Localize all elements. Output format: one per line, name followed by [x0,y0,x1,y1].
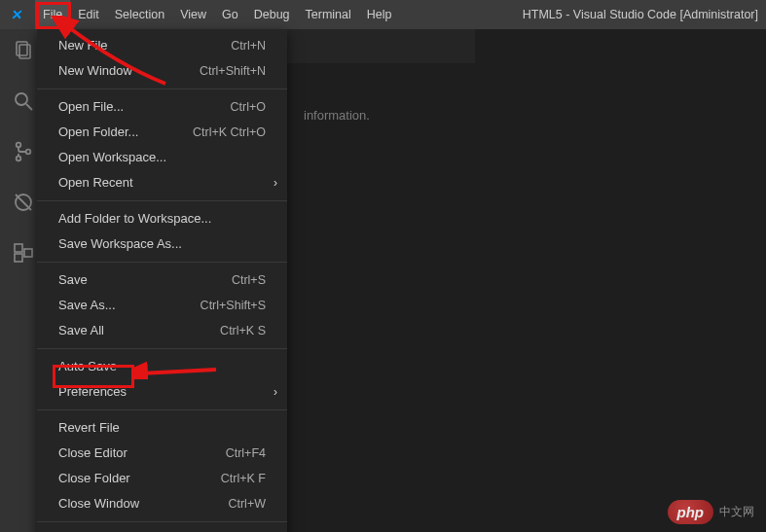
menu-close-editor[interactable]: Close EditorCtrl+F4 [37,441,287,466]
menu-terminal[interactable]: Terminal [298,0,359,29]
menu-new-file[interactable]: New FileCtrl+N [37,33,287,58]
titlebar: ✕ File Edit Selection View Go Debug Term… [0,0,766,29]
menu-save-all[interactable]: Save AllCtrl+K S [37,318,287,343]
watermark-text: 中文网 [719,504,754,520]
chevron-right-icon: › [274,175,277,191]
svg-point-5 [17,157,21,161]
menu-selection[interactable]: Selection [107,0,172,29]
menu-open-file[interactable]: Open File...Ctrl+O [37,94,287,120]
menu-view[interactable]: View [172,0,214,29]
php-badge-icon: php [668,500,714,524]
svg-rect-9 [15,244,22,252]
menu-close-window[interactable]: Close WindowCtrl+W [37,491,287,516]
menu-separator [37,409,287,410]
file-menu-dropdown: New FileCtrl+N New WindowCtrl+Shift+N Op… [37,29,287,532]
menu-separator [37,521,287,522]
svg-rect-11 [24,249,32,257]
menu-revert-file[interactable]: Revert File [37,415,287,441]
menu-preferences[interactable]: Preferences› [37,379,287,405]
menu-go[interactable]: Go [214,0,246,29]
chevron-right-icon: › [274,384,277,400]
vscode-logo-icon: ✕ [0,7,35,22]
menu-open-recent[interactable]: Open Recent› [37,170,287,195]
svg-point-2 [16,93,27,105]
svg-rect-10 [15,254,22,262]
menu-close-folder[interactable]: Close FolderCtrl+K F [37,466,287,491]
svg-rect-0 [17,42,27,55]
menu-separator [37,262,287,263]
svg-point-4 [17,143,21,148]
svg-line-3 [26,104,32,110]
menu-edit[interactable]: Edit [70,0,107,29]
watermark: php 中文网 [668,500,755,524]
menu-new-window[interactable]: New WindowCtrl+Shift+N [37,58,287,84]
menu-separator [37,348,287,349]
window-title: HTML5 - Visual Studio Code [Administrato… [400,8,766,21]
menu-open-workspace[interactable]: Open Workspace... [37,145,287,170]
menu-separator [37,200,287,201]
svg-point-6 [26,150,31,155]
menu-separator [37,89,287,89]
menu-open-folder[interactable]: Open Folder...Ctrl+K Ctrl+O [37,120,287,145]
menu-debug[interactable]: Debug [246,0,298,29]
menu-file[interactable]: File [35,0,70,29]
menu-auto-save[interactable]: Auto Save [37,354,287,379]
menu-help[interactable]: Help [359,0,400,29]
menubar: File Edit Selection View Go Debug Termin… [35,0,400,29]
menu-add-folder-workspace[interactable]: Add Folder to Workspace... [37,206,287,231]
menu-save-as[interactable]: Save As...Ctrl+Shift+S [37,293,287,318]
menu-save-workspace-as[interactable]: Save Workspace As... [37,231,287,257]
menu-save[interactable]: SaveCtrl+S [37,267,287,293]
svg-rect-1 [19,45,30,58]
menu-exit[interactable]: Exit [37,527,287,532]
